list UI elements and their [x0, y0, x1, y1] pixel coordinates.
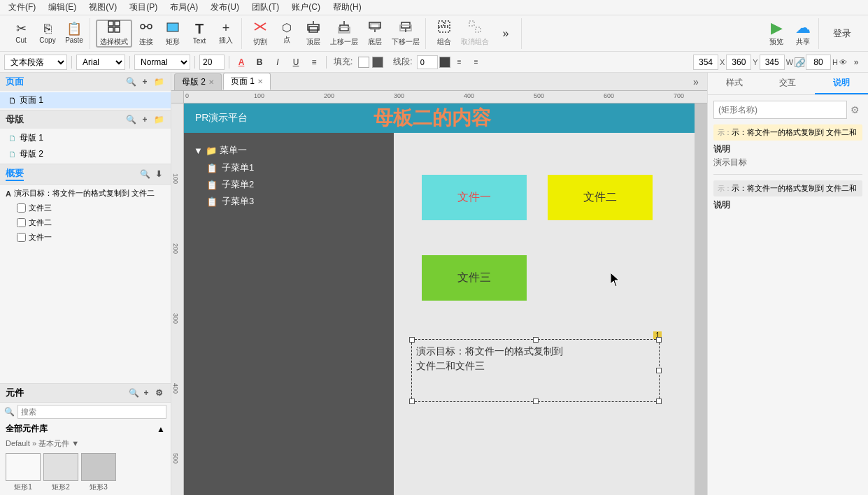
style-select[interactable]: 文本段落	[4, 55, 67, 70]
y-input[interactable]	[726, 55, 751, 70]
menu-help[interactable]: 帮助(H)	[327, 0, 367, 15]
handle-bl[interactable]	[409, 399, 415, 404]
font-color-button[interactable]: A	[234, 55, 249, 70]
menu-view[interactable]: 视图(V)	[83, 0, 122, 15]
size-style-select[interactable]: Normal	[134, 55, 190, 70]
tab-interact[interactable]: 交互	[761, 73, 814, 94]
handle-tr[interactable]	[656, 337, 662, 343]
underline-button[interactable]: U	[288, 55, 304, 70]
page-canvas[interactable]: PR演示平台 母板二的内容 ▼	[184, 103, 695, 495]
tab-style[interactable]: 样式	[708, 73, 761, 94]
tab-master2[interactable]: 母版 2 ✕	[174, 73, 222, 90]
tab-page1[interactable]: 页面 1 ✕	[223, 73, 271, 90]
preview-button[interactable]: ▶ 预览	[764, 20, 789, 48]
cut-tool-button[interactable]: 切割	[248, 20, 273, 48]
bold-button[interactable]: B	[252, 55, 267, 70]
tab-more-button[interactable]: »	[688, 74, 704, 89]
movedown-button[interactable]: 下移一层	[389, 20, 422, 48]
paste-button[interactable]: 📋 Paste	[62, 20, 87, 48]
sub-item-3[interactable]: 📋 子菜单3	[192, 193, 385, 210]
handle-tl[interactable]	[409, 337, 415, 343]
menu-tree-item[interactable]: ▼ 📁 菜单一	[192, 141, 385, 159]
text-box-container[interactable]: 1 演示目标：将文件一的格式复制到文件二和文件三	[411, 339, 660, 402]
pages-add-button[interactable]: +	[138, 76, 151, 88]
menu-team[interactable]: 团队(T)	[246, 0, 285, 15]
file1-button[interactable]: 文件一	[422, 175, 527, 220]
file3-button[interactable]: 文件三	[422, 255, 527, 301]
h-input[interactable]	[806, 55, 831, 70]
file1-checkbox[interactable]	[17, 233, 26, 242]
component-filter-button[interactable]: ⚙	[152, 387, 165, 399]
page-item-1[interactable]: 🗋 页面 1	[0, 92, 171, 108]
file2-button[interactable]: 文件二	[548, 175, 653, 220]
point-button[interactable]: ⬡ 点	[274, 20, 299, 48]
insert-button[interactable]: + 插入	[213, 20, 239, 48]
concept-item-main[interactable]: A 演示目标：将文件一的格式复制到 文件二	[0, 186, 171, 201]
line-color-box[interactable]	[439, 57, 450, 68]
top-button[interactable]: 顶层	[301, 20, 326, 48]
fill-color-box[interactable]	[358, 57, 369, 68]
content-area[interactable]: 文件一 文件二 文件三	[394, 133, 695, 495]
font-size-input[interactable]	[199, 55, 225, 70]
component-search-button[interactable]: 🔍	[127, 387, 140, 399]
name-input[interactable]	[713, 101, 847, 119]
list-button[interactable]: ≡	[306, 55, 322, 70]
expand-button[interactable]: »	[848, 55, 864, 70]
line-style-button[interactable]: ≡	[452, 55, 467, 70]
tab-master2-close[interactable]: ✕	[208, 78, 214, 86]
rect-button[interactable]: 矩形	[160, 20, 185, 48]
group-button[interactable]: 组合	[432, 20, 457, 48]
line-more-button[interactable]: ≡	[469, 55, 484, 70]
w-input[interactable]	[760, 55, 785, 70]
master-item-2[interactable]: 🗋 母版 2	[0, 146, 171, 162]
handle-br[interactable]	[656, 399, 662, 404]
component-add-button[interactable]: +	[140, 387, 152, 399]
tab-page1-close[interactable]: ✕	[257, 78, 263, 85]
component-search-input[interactable]	[17, 405, 166, 419]
shape-rect3[interactable]: 矩形3	[81, 453, 116, 492]
eye-icon[interactable]: 👁	[839, 58, 847, 66]
sub-item-2[interactable]: 📋 子菜单2	[192, 176, 385, 193]
italic-button[interactable]: I	[270, 55, 285, 70]
concept-filter-button[interactable]: ⬇	[152, 168, 165, 180]
file3-checkbox[interactable]	[17, 203, 26, 213]
concept-file1[interactable]: 文件一	[0, 230, 171, 245]
master-folder-button[interactable]: 📁	[152, 113, 165, 126]
cut-button[interactable]: ✂ Cut	[8, 20, 34, 48]
connect-button[interactable]: 连接	[134, 20, 159, 48]
shape-rect1[interactable]: 矩形1	[6, 453, 41, 492]
master-search-button[interactable]: 🔍	[124, 113, 137, 126]
handle-bm[interactable]	[533, 399, 539, 404]
shape-rect2[interactable]: 矩形2	[43, 453, 78, 492]
handle-mr[interactable]	[656, 368, 662, 373]
menu-project[interactable]: 项目(P)	[124, 0, 163, 15]
pages-search-button[interactable]: 🔍	[124, 76, 137, 88]
fill-color-box2[interactable]	[372, 57, 383, 68]
canvas-scroll[interactable]: 0 100 200 300 400 500 600 700 100 200 30…	[171, 91, 707, 495]
master-item-1[interactable]: 🗋 母版 1	[0, 130, 171, 146]
handle-tm[interactable]	[533, 337, 539, 343]
file2-checkbox[interactable]	[17, 218, 26, 227]
menu-account[interactable]: 账户(C)	[286, 0, 326, 15]
moveup-button[interactable]: 上移一层	[327, 20, 361, 48]
lock-icon[interactable]: 🔗	[795, 57, 804, 67]
x-input[interactable]	[693, 55, 718, 70]
menu-edit[interactable]: 编辑(E)	[43, 0, 82, 15]
component-all-label[interactable]: 全部元件库 ▲	[0, 421, 171, 437]
sub-item-1[interactable]: 📋 子菜单1	[192, 159, 385, 176]
master-add-button[interactable]: +	[138, 113, 151, 126]
text-button[interactable]: T Text	[187, 20, 212, 48]
menu-file[interactable]: 文件(F)	[3, 0, 41, 15]
more-button[interactable]: »	[493, 20, 518, 48]
bottom-button[interactable]: 底层	[362, 20, 387, 48]
concept-search-button[interactable]: 🔍	[138, 168, 151, 180]
share-button[interactable]: ☁ 共享	[790, 20, 816, 48]
menu-layout[interactable]: 布局(A)	[164, 0, 204, 15]
tab-explain[interactable]: 说明	[815, 73, 868, 94]
concept-file2[interactable]: 文件二	[0, 215, 171, 230]
copy-button[interactable]: ⎘ Copy	[35, 20, 60, 48]
ungroup-button[interactable]: 取消组合	[458, 20, 492, 48]
gear-button[interactable]: ⚙	[847, 102, 862, 117]
concept-file3[interactable]: 文件三	[0, 201, 171, 215]
pages-folder-button[interactable]: 📁	[152, 76, 165, 88]
